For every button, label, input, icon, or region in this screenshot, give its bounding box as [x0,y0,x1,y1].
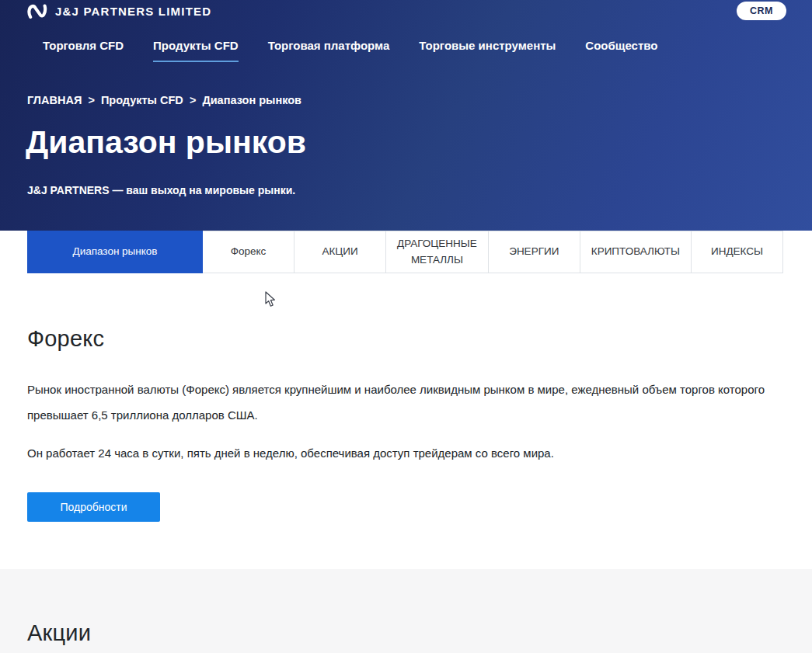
breadcrumb-products-cfd[interactable]: Продукты CFD [101,94,183,106]
tab-precious-metals[interactable]: ДРАГОЦЕННЫЕ МЕТАЛЛЫ [386,231,489,273]
forex-heading: Форекс [27,326,785,352]
page: J&J PARTNERS LIMITED CRM Торговля CFD Пр… [0,0,812,653]
tab-indices[interactable]: ИНДЕКСЫ [692,231,782,273]
breadcrumb-separator: > [190,94,196,106]
details-button[interactable]: Подробности [27,492,160,522]
tab-market-range[interactable]: Диапазон рынков [27,231,203,273]
brand[interactable]: J&J PARTNERS LIMITED [27,3,211,19]
breadcrumb-current: Диапазон рынков [202,94,301,106]
tab-cryptocurrencies[interactable]: КРИПТОВАЛЮТЫ [580,231,692,273]
nav-item-platform[interactable]: Торговая платформа [268,39,390,62]
jj-wave-logo-icon [27,3,49,19]
forex-paragraph-2: Он работает 24 часа в сутки, пять дней в… [27,440,785,466]
breadcrumb: ГЛАВНАЯ > Продукты CFD > Диапазон рынков [27,94,305,106]
hero-header: J&J PARTNERS LIMITED CRM Торговля CFD Пр… [0,0,812,231]
breadcrumb-home[interactable]: ГЛАВНАЯ [27,94,82,106]
nav-item-community[interactable]: Сообщество [585,39,657,62]
forex-paragraph-1: Рынок иностранной валюты (Форекс) являет… [27,377,785,428]
tab-stocks[interactable]: АКЦИИ [294,231,386,273]
nav-item-instruments[interactable]: Торговые инструменты [419,39,556,62]
stocks-section: Акции Получите доступ к более чем 12 000… [0,569,812,653]
nav-item-products-cfd[interactable]: Продукты CFD [153,39,239,62]
tab-energies[interactable]: ЭНЕРГИИ [489,231,580,273]
nav-item-trading-cfd[interactable]: Торговля CFD [43,39,124,62]
main-nav: Торговля CFD Продукты CFD Торговая платф… [0,39,812,62]
market-tabs: Диапазон рынков Форекс АКЦИИ ДРАГОЦЕННЫЕ… [27,231,783,273]
tab-forex[interactable]: Форекс [203,231,294,273]
breadcrumb-separator: > [88,94,94,106]
page-title: Диапазон рынков [26,124,306,161]
stocks-heading: Акции [27,620,785,646]
main-content: Форекс Рынок иностранной валюты (Форекс)… [0,273,812,653]
crm-button[interactable]: CRM [737,2,786,20]
brand-name: J&J PARTNERS LIMITED [55,5,211,18]
forex-section: Форекс Рынок иностранной валюты (Форекс)… [0,273,812,522]
page-subtitle: J&J PARTNERS — ваш выход на мировые рынк… [27,184,295,196]
topbar: J&J PARTNERS LIMITED CRM [0,0,812,26]
